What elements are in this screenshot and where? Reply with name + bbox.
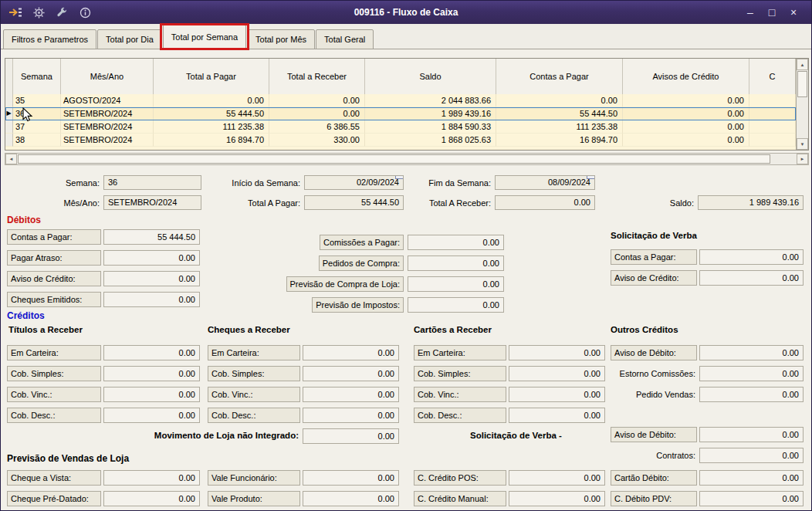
cartoes-cob-desc-field[interactable]: 0.00 bbox=[509, 408, 605, 423]
column-header-mes-ano[interactable]: Mês/Ano bbox=[61, 59, 154, 94]
scroll-up-button[interactable]: ▲ bbox=[797, 59, 808, 70]
grid-cell: 330.00 bbox=[269, 134, 365, 147]
c-debito-pdv-field[interactable]: 0.00 bbox=[699, 491, 804, 506]
total-a-receber-label: Total A Receber: bbox=[429, 198, 491, 208]
vale-produto-field[interactable]: 0.00 bbox=[303, 491, 399, 506]
estorno-comissoes-field[interactable]: 0.00 bbox=[699, 366, 804, 381]
titulos-cob-desc-label: Cob. Desc.: bbox=[7, 408, 101, 423]
titulos-cob-simples-field[interactable]: 0.00 bbox=[103, 366, 200, 381]
maximize-button[interactable]: □ bbox=[763, 5, 780, 20]
movimento-loja-field[interactable]: 0.00 bbox=[303, 428, 399, 444]
grid-cell: 55 444.50 bbox=[154, 107, 269, 120]
cheque-pre-datado-field[interactable]: 0.00 bbox=[103, 491, 200, 506]
c-credito-manual-field[interactable]: 0.00 bbox=[509, 491, 605, 506]
vertical-scrollbar[interactable]: ▲ ▼ bbox=[796, 59, 808, 150]
titulos-em-carteira-field[interactable]: 0.00 bbox=[103, 345, 200, 360]
cartoes-cob-vinc-field[interactable]: 0.00 bbox=[509, 387, 605, 402]
grid-cell: 0.00 bbox=[269, 94, 365, 107]
titulos-cob-simples-label: Cob. Simples: bbox=[7, 366, 101, 381]
column-header-total-a-receber[interactable]: Total a Receber bbox=[269, 59, 365, 94]
titulos-cob-vinc-field[interactable]: 0.00 bbox=[103, 387, 200, 402]
cartoes-cob-simples-field[interactable]: 0.00 bbox=[509, 366, 605, 381]
verba-aviso-debito-field[interactable]: 0.00 bbox=[699, 427, 804, 442]
contratos-field[interactable]: 0.00 bbox=[699, 448, 804, 463]
c-credito-manual-label: C. Crédito Manual: bbox=[414, 491, 506, 506]
calendar-icon[interactable] bbox=[587, 175, 595, 179]
pagar-atraso-field[interactable]: 0.00 bbox=[103, 250, 200, 266]
pedidos-de-compra-field[interactable]: 0.00 bbox=[408, 255, 504, 271]
minimize-button[interactable]: – bbox=[742, 5, 759, 20]
grid-cell: 38 bbox=[13, 134, 61, 147]
tab-total-por-dia[interactable]: Total por Dia bbox=[97, 29, 162, 49]
tab-total-por-semana[interactable]: Total por Semana bbox=[163, 25, 246, 49]
column-header-semana[interactable]: Semana bbox=[13, 59, 61, 94]
cheques-cob-simples-field[interactable]: 0.00 bbox=[303, 366, 399, 381]
table-row[interactable]: 38 SETEMBRO/2024 16 894.70 330.00 1 868 … bbox=[5, 134, 796, 147]
gear-icon[interactable] bbox=[32, 6, 46, 19]
tab-filtros-e-parametros[interactable]: Filtros e Parametros bbox=[3, 29, 96, 49]
calendar-icon[interactable] bbox=[395, 175, 404, 179]
enter-icon[interactable] bbox=[8, 6, 22, 19]
previsao-compra-loja-field[interactable]: 0.00 bbox=[408, 276, 504, 292]
grid-cell: 37 bbox=[13, 120, 61, 134]
vale-funcionario-field[interactable]: 0.00 bbox=[303, 470, 399, 486]
tab-total-geral[interactable]: Total Geral bbox=[316, 29, 374, 49]
aviso-de-credito-field[interactable]: 0.00 bbox=[103, 271, 200, 286]
cheques-cob-desc-field[interactable]: 0.00 bbox=[303, 408, 399, 423]
scroll-left-button[interactable]: ◄ bbox=[5, 154, 17, 164]
inicio-semana-field[interactable]: 02/09/2024 bbox=[304, 175, 404, 190]
fim-semana-value: 08/09/2024 bbox=[548, 178, 590, 187]
column-header-partial[interactable]: C bbox=[749, 59, 796, 94]
total-a-receber-field[interactable]: 0.00 bbox=[495, 195, 595, 210]
column-header-avisos-de-credito[interactable]: Avisos de Crédito bbox=[623, 59, 749, 94]
grid-cell: 0.00 bbox=[623, 107, 749, 120]
cheques-emitidos-field[interactable]: 0.00 bbox=[103, 292, 200, 307]
aviso-de-debito-field[interactable]: 0.00 bbox=[699, 345, 804, 360]
titlebar[interactable]: 009116 - Fluxo de Caixa – □ × bbox=[1, 1, 811, 24]
comissoes-a-pagar-field[interactable]: 0.00 bbox=[408, 235, 504, 250]
saldo-field[interactable]: 1 989 439.16 bbox=[698, 195, 804, 210]
semana-field[interactable]: 36 bbox=[103, 175, 201, 190]
c-debito-pdv-label: C. Débito PDV: bbox=[611, 491, 697, 506]
cheques-cob-vinc-field[interactable]: 0.00 bbox=[303, 387, 399, 402]
wrench-icon[interactable] bbox=[55, 6, 69, 19]
vertical-scrollbar-thumb[interactable] bbox=[797, 71, 807, 97]
estorno-comissoes-label: Estorno Comissões: bbox=[620, 368, 695, 379]
column-header-total-a-pagar[interactable]: Total a Pagar bbox=[154, 59, 269, 94]
table-row-selected[interactable]: ▶ 36 SETEMBRO/2024 55 444.50 0.00 1 989 … bbox=[5, 107, 796, 120]
cartoes-em-carteira-field[interactable]: 0.00 bbox=[509, 345, 605, 360]
column-header-contas-a-pagar[interactable]: Contas a Pagar bbox=[496, 59, 623, 94]
previsao-impostos-field[interactable]: 0.00 bbox=[408, 297, 504, 313]
cheque-a-vista-field[interactable]: 0.00 bbox=[103, 470, 200, 486]
contratos-label: Contratos: bbox=[656, 450, 695, 461]
cartao-debito-field[interactable]: 0.00 bbox=[699, 470, 804, 486]
pedido-vendas-field[interactable]: 0.00 bbox=[699, 387, 804, 402]
grid-body: 35 AGOSTO/2024 0.00 0.00 2 044 883.66 0.… bbox=[5, 94, 796, 150]
cheques-em-carteira-field[interactable]: 0.00 bbox=[303, 345, 399, 360]
c-credito-pos-field[interactable]: 0.00 bbox=[509, 470, 605, 486]
titlebar-icons bbox=[1, 6, 92, 19]
tab-total-por-mes[interactable]: Total por Mês bbox=[247, 29, 315, 49]
fim-semana-field[interactable]: 08/09/2024 bbox=[495, 175, 595, 190]
cartao-debito-label: Cartão Débito: bbox=[611, 470, 697, 486]
contas-a-pagar-field[interactable]: 55 444.50 bbox=[103, 229, 200, 245]
verba-aviso-credito-field[interactable]: 0.00 bbox=[699, 270, 804, 286]
close-button[interactable]: × bbox=[785, 5, 802, 20]
column-header-saldo[interactable]: Saldo bbox=[365, 59, 496, 94]
cheque-pre-datado-label: Cheque Pré-Datado: bbox=[7, 491, 101, 506]
grid-cell: 0.00 bbox=[154, 94, 269, 107]
window-title: 009116 - Fluxo de Caixa bbox=[1, 7, 811, 18]
mes-ano-field[interactable]: SETEMBRO/2024 bbox=[103, 195, 201, 210]
tab-label: Total por Dia bbox=[106, 35, 154, 44]
info-icon[interactable] bbox=[78, 6, 92, 19]
aviso-de-debito-label: Aviso de Débito: bbox=[611, 345, 697, 360]
total-a-pagar-field[interactable]: 55 444.50 bbox=[304, 195, 404, 210]
horizontal-scrollbar-thumb[interactable] bbox=[18, 154, 770, 164]
scroll-right-button[interactable]: ► bbox=[797, 154, 808, 164]
table-row[interactable]: 35 AGOSTO/2024 0.00 0.00 2 044 883.66 0.… bbox=[5, 94, 796, 107]
horizontal-scrollbar[interactable]: ◄ ► bbox=[5, 153, 809, 165]
titulos-cob-desc-field[interactable]: 0.00 bbox=[103, 408, 200, 423]
table-row[interactable]: 37 SETEMBRO/2024 111 235.38 6 386.55 1 8… bbox=[5, 120, 796, 134]
scroll-down-button[interactable]: ▼ bbox=[797, 138, 808, 150]
verba-contas-a-pagar-field[interactable]: 0.00 bbox=[699, 249, 804, 265]
